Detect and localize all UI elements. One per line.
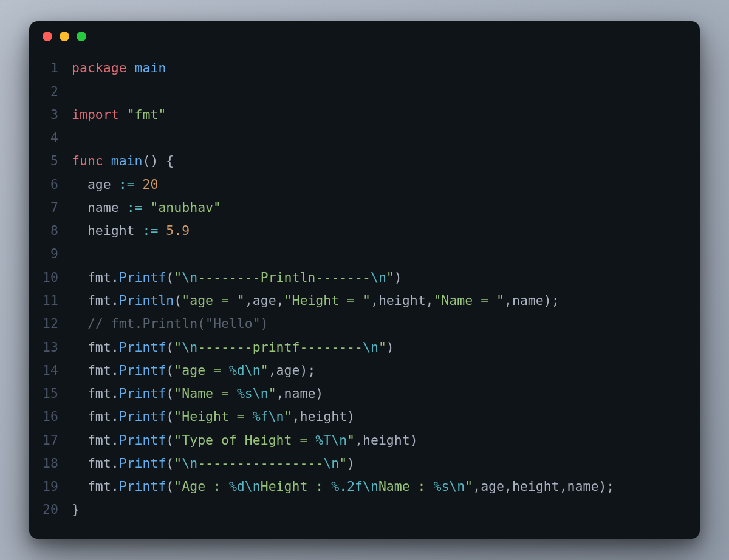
code-content: fmt.Println("age = ",age,"Height = ",hei… (72, 289, 686, 312)
token-pun: . (111, 409, 119, 424)
token-fn: Printf (119, 432, 166, 448)
token-ident: fmt (87, 409, 111, 424)
token-pun: . (111, 386, 119, 401)
token-str: -------printf-------- (197, 340, 363, 355)
token-str: --------Println------- (197, 270, 371, 285)
code-line: 15 fmt.Printf("Name = %s\n",name) (43, 382, 686, 405)
close-icon[interactable] (43, 32, 52, 41)
token-ident: age (87, 177, 111, 192)
token-cmt: // fmt.Println("Hello") (87, 316, 269, 331)
line-number: 10 (43, 266, 72, 289)
code-line: 11 fmt.Println("age = ",age,"Height = ",… (43, 289, 686, 312)
token-pun: ); (598, 479, 614, 494)
code-line: 12 // fmt.Println("Hello") (43, 312, 686, 335)
token-ident: name (512, 293, 544, 308)
token-str: "Name = (174, 386, 237, 401)
token-name: main (111, 153, 143, 168)
token-num: 20 (143, 177, 159, 192)
token-pun (72, 363, 87, 378)
code-content: package main (72, 56, 686, 80)
token-str: " (339, 456, 347, 471)
token-pun (135, 177, 143, 192)
token-str: "fmt" (127, 107, 166, 122)
token-str: "Age : (174, 479, 229, 494)
line-number: 2 (43, 80, 72, 103)
code-content: // fmt.Println("Hello") (72, 312, 686, 335)
line-number: 8 (43, 219, 72, 242)
token-pun: ) (394, 270, 402, 285)
token-str: Height : (261, 479, 332, 494)
token-str: "Height = " (284, 293, 371, 308)
token-ident: fmt (87, 293, 111, 308)
token-pun: } (72, 502, 80, 517)
token-pun (72, 432, 87, 448)
code-content: func main() { (72, 149, 686, 172)
token-esc: \n (363, 340, 378, 355)
token-ident: fmt (87, 432, 111, 448)
code-content: fmt.Printf("Name = %s\n",name) (72, 382, 686, 405)
token-str: "Name = " (434, 293, 505, 308)
token-pun: . (111, 293, 119, 308)
editor-window: 1package main23import "fmt"45func main()… (29, 21, 700, 538)
token-pun (72, 456, 87, 471)
maximize-icon[interactable] (77, 32, 86, 41)
token-str: "Height = (174, 409, 252, 424)
token-ident: height (87, 223, 135, 238)
token-str: "anubhav" (150, 200, 221, 215)
token-str: "Type of Height = (174, 432, 315, 448)
token-pun (72, 223, 87, 238)
code-line: 4 (43, 126, 686, 149)
code-area[interactable]: 1package main23import "fmt"45func main()… (29, 52, 700, 527)
code-line: 6 age := 20 (43, 173, 686, 196)
token-ident: height (378, 293, 426, 308)
token-pun: ) (386, 340, 394, 355)
token-ident: height (363, 432, 410, 448)
line-number: 13 (43, 336, 72, 359)
token-pun: ( (174, 293, 182, 308)
code-content: fmt.Printf("Type of Height = %T\n",heigh… (72, 429, 686, 452)
code-content: height := 5.9 (72, 219, 686, 242)
token-pun (127, 60, 135, 75)
code-line: 10 fmt.Printf("\n--------Println-------\… (43, 266, 686, 289)
token-str: "age = " (182, 293, 245, 308)
line-number: 7 (43, 196, 72, 219)
token-ident: fmt (87, 363, 111, 378)
token-pun: . (111, 432, 119, 448)
token-pun (103, 153, 111, 168)
token-pun (72, 293, 87, 308)
token-str: " (174, 270, 182, 285)
token-pun: , (245, 293, 253, 308)
token-esc: %s\n (433, 479, 465, 494)
token-ident: age (481, 479, 504, 494)
code-content: import "fmt" (72, 103, 686, 126)
token-str: Name : (378, 479, 434, 494)
token-pun (72, 177, 87, 192)
token-fn: Printf (119, 456, 166, 471)
token-pun: , (355, 432, 363, 448)
token-kw: import (72, 107, 119, 122)
token-pun: ( (166, 386, 174, 401)
token-pun: ); (544, 293, 560, 308)
token-pun (72, 479, 87, 494)
token-pun (135, 223, 143, 238)
minimize-icon[interactable] (60, 32, 69, 41)
token-op: := (143, 223, 159, 238)
token-pun (72, 270, 87, 285)
token-str: " (174, 340, 182, 355)
token-esc: %d\n (229, 363, 261, 378)
token-op: := (127, 200, 143, 215)
token-esc: \n (182, 340, 197, 355)
token-fn: Println (119, 293, 174, 308)
line-number: 9 (43, 242, 72, 265)
token-fn: Printf (119, 363, 166, 378)
code-line: 17 fmt.Printf("Type of Height = %T\n",he… (43, 429, 686, 452)
code-line: 9 (43, 242, 686, 265)
token-pun: ( (166, 409, 174, 424)
token-pun: , (473, 479, 481, 494)
token-ident: fmt (87, 270, 111, 285)
token-str: " (386, 270, 394, 285)
token-pun: ) (347, 409, 355, 424)
token-fn: Printf (119, 386, 166, 401)
token-pun: , (371, 293, 378, 308)
code-content: fmt.Printf("\n----------------\n") (72, 452, 686, 475)
